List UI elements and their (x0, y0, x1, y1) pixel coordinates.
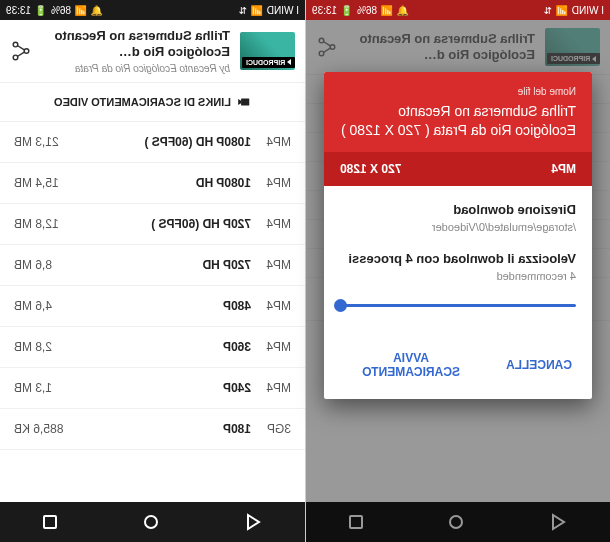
resolution-label: 720P HD (52, 258, 251, 272)
resolution-label: 240P (52, 381, 251, 395)
download-option-row[interactable]: MP41080P HD (60FPS )21,3 MB (0, 122, 305, 163)
download-dir-value[interactable]: /storage/emulated/0/Videoder (340, 221, 576, 233)
carrier-label: I WIND (572, 5, 604, 16)
format-label: MP4 (251, 135, 291, 149)
threads-slider[interactable] (340, 304, 576, 307)
filesize-label: 2,8 MB (14, 340, 52, 354)
section-header: LINKS DI SCARICAMENTO VIDEO (0, 83, 305, 122)
svg-line-10 (17, 52, 24, 57)
battery-label: 86% (51, 5, 71, 16)
speed-recommendation: 4 recommended (340, 270, 576, 282)
clock-label: 13:39 (312, 5, 337, 16)
download-option-row[interactable]: MP4240P1,3 MB (0, 368, 305, 409)
slider-thumb-icon[interactable] (334, 299, 347, 312)
format-label: 3GP (251, 422, 291, 436)
resolution-label: 180P (63, 422, 251, 436)
nav-back-icon[interactable] (244, 513, 262, 531)
battery-label: 86% (357, 5, 377, 16)
download-option-row[interactable]: MP4720P HD8,6 MB (0, 245, 305, 286)
play-button[interactable]: RIPRODUCI (242, 57, 295, 68)
svg-rect-11 (241, 98, 249, 105)
filesize-label: 4,6 MB (14, 299, 52, 313)
filesize-label: 885,6 KB (14, 422, 63, 436)
format-label: MP4 (251, 299, 291, 313)
filename-value: Trilha Submersa no Recanto Ecológico Rio… (340, 102, 576, 140)
video-header: RIPRODUCI Trilha Submersa no Recanto Eco… (0, 20, 305, 83)
download-option-row[interactable]: MP41080P HD15,4 MB (0, 163, 305, 204)
speed-label: Velocizza il download con 4 processi (340, 251, 576, 266)
nav-home-icon[interactable] (144, 515, 158, 529)
download-links-list[interactable]: MP41080P HD (60FPS )21,3 MBMP41080P HD15… (0, 122, 305, 503)
svg-line-9 (17, 45, 24, 50)
video-icon (237, 95, 251, 109)
status-bar: I WIND 📶⇅ 🔔 📶 86% 🔋 13:39 (0, 0, 305, 20)
download-dir-label: Direzione download (340, 202, 576, 217)
format-label: MP4 (251, 381, 291, 395)
filesize-label: 8,6 MB (14, 258, 52, 272)
filesize-label: 15,4 MB (14, 176, 59, 190)
svg-marker-12 (238, 99, 241, 105)
resolution-label: 720P HD (60FPS ) (59, 217, 251, 231)
resolution-label: 480P (52, 299, 251, 313)
resolution-label: 1080P HD (59, 176, 251, 190)
carrier-label: I WIND (267, 5, 299, 16)
resolution-value: 720 X 1280 (340, 162, 401, 176)
video-title: Trilha Submersa no Recanto Ecológico Rio… (38, 28, 230, 61)
video-author: by Recanto Ecológico Rio da Prata (38, 63, 230, 74)
cancel-button[interactable]: CANCELLA (494, 341, 584, 389)
filename-label: Nome del file (340, 86, 576, 97)
phone-screen-download-links: I WIND 📶⇅ 🔔 📶 86% 🔋 13:39 RIPRODUCI Tril… (0, 0, 305, 542)
status-bar: I WIND 📶⇅ 🔔 📶 86% 🔋 13:39 (306, 0, 610, 20)
format-label: MP4 (251, 340, 291, 354)
clock-label: 13:39 (6, 5, 31, 16)
nav-recent-icon[interactable] (43, 515, 57, 529)
filesize-label: 12,8 MB (14, 217, 59, 231)
phone-screen-download-dialog: I WIND 📶⇅ 🔔 📶 86% 🔋 13:39 RIPRODUCI Tril… (305, 0, 610, 542)
download-option-row[interactable]: MP4360P2,8 MB (0, 327, 305, 368)
android-navbar (0, 502, 305, 542)
format-label: MP4 (251, 258, 291, 272)
video-thumbnail[interactable]: RIPRODUCI (240, 32, 295, 70)
svg-marker-13 (248, 515, 259, 529)
format-label: MP4 (251, 217, 291, 231)
resolution-label: 1080P HD (60FPS ) (59, 135, 251, 149)
share-icon[interactable] (10, 40, 32, 62)
resolution-label: 360P (52, 340, 251, 354)
download-option-row[interactable]: MP4480P4,6 MB (0, 286, 305, 327)
download-option-row[interactable]: MP4720P HD (60FPS )12,8 MB (0, 204, 305, 245)
filesize-label: 1,3 MB (14, 381, 52, 395)
format-value: MP4 (551, 162, 576, 176)
format-label: MP4 (251, 176, 291, 190)
filesize-label: 21,3 MB (14, 135, 59, 149)
start-download-button[interactable]: AVVIA SCARICAMENTO (332, 341, 490, 389)
download-option-row[interactable]: 3GP180P885,6 KB (0, 409, 305, 450)
download-confirm-dialog: Nome del file Trilha Submersa no Recanto… (324, 72, 592, 399)
